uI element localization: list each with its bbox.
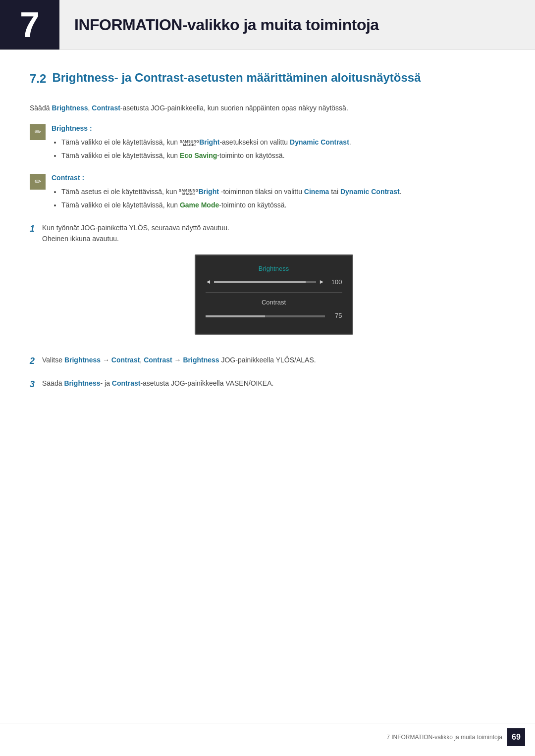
step-2: 2 Valitse Brightness → Contrast, Contras… <box>30 354 505 368</box>
step-1: 1 Kun työnnät JOG-painiketta YLÖS, seura… <box>30 222 505 345</box>
brightness-note-list: Tämä valikko ei ole käytettävissä, kun S… <box>52 137 505 161</box>
monitor-contrast-slider-row: 75 <box>206 311 342 321</box>
brightness-note-title: Brightness : <box>52 123 505 134</box>
contrast-note-list: Tämä asetus ei ole käytettävissä, kun SA… <box>52 186 505 210</box>
step-3-content: Säädä Brightness- ja Contrast-asetusta J… <box>42 378 505 389</box>
monitor-ui-mockup: Brightness ◄ ► 100 Contrast <box>195 254 353 335</box>
monitor-arrow-left: ◄ <box>206 277 212 287</box>
brightness-note-content: Brightness : Tämä valikko ei ole käytett… <box>52 123 505 163</box>
chapter-header: 7 INFORMATION-valikko ja muita toimintoj… <box>0 0 535 50</box>
chapter-number: 7 <box>0 0 59 50</box>
monitor-brightness-fill <box>214 281 306 283</box>
monitor-contrast-label: Contrast <box>262 299 286 306</box>
monitor-contrast-track <box>206 315 325 317</box>
step-1-number: 1 <box>30 222 42 236</box>
step-2-number: 2 <box>30 354 42 368</box>
intro-paragraph: Säädä Brightness, Contrast-asetusta JOG-… <box>30 102 505 113</box>
chapter-title: INFORMATION-valikko ja muita toimintoja <box>59 13 379 37</box>
step-3: 3 Säädä Brightness- ja Contrast-asetusta… <box>30 378 505 391</box>
contrast-note-content: Contrast : Tämä asetus ei ole käytettävi… <box>52 173 505 212</box>
step-3-number: 3 <box>30 378 42 391</box>
monitor-divider <box>206 292 342 293</box>
monitor-contrast-fill <box>206 315 266 317</box>
step-1-content: Kun työnnät JOG-painiketta YLÖS, seuraav… <box>42 222 505 345</box>
contrast-bullet-2: Tämä valikko ei ole käytettävissä, kun G… <box>61 200 505 210</box>
contrast-note-icon: ✏ <box>30 174 46 190</box>
monitor-contrast-value: 75 <box>330 311 342 321</box>
brightness-note-block: ✏ Brightness : Tämä valikko ei ole käyte… <box>30 123 505 163</box>
section-heading: 7.2 Brightness- ja Contrast-asetusten mä… <box>30 70 505 88</box>
section-number: 7.2 <box>30 70 46 88</box>
footer-page-number: 69 <box>507 728 525 746</box>
monitor-brightness-slider-row: ◄ ► 100 <box>206 277 342 288</box>
brightness-bullet-2: Tämä valikko ei ole käytettävissä, kun E… <box>61 150 505 161</box>
contrast-bullet-1: Tämä asetus ei ole käytettävissä, kun SA… <box>61 186 505 197</box>
section-title: Brightness- ja Contrast-asetusten määrit… <box>52 70 421 88</box>
main-content: 7.2 Brightness- ja Contrast-asetusten mä… <box>0 70 535 431</box>
step-2-content: Valitse Brightness → Contrast, Contrast … <box>42 354 505 365</box>
footer-chapter-text: 7 INFORMATION-valikko ja muita toimintoj… <box>386 733 502 742</box>
monitor-ui-inner: Brightness ◄ ► 100 Contrast <box>196 255 352 334</box>
contrast-note-block: ✏ Contrast : Tämä asetus ei ole käytettä… <box>30 173 505 212</box>
monitor-brightness-label: Brightness <box>259 265 289 272</box>
page-footer: 7 INFORMATION-valikko ja muita toimintoj… <box>0 723 535 746</box>
monitor-brightness-value: 100 <box>330 277 342 288</box>
monitor-brightness-track <box>214 281 316 283</box>
brightness-bullet-1: Tämä valikko ei ole käytettävissä, kun S… <box>61 137 505 148</box>
contrast-note-title: Contrast : <box>52 173 505 183</box>
monitor-arrow-right: ► <box>319 277 325 287</box>
brightness-note-icon: ✏ <box>30 124 46 140</box>
